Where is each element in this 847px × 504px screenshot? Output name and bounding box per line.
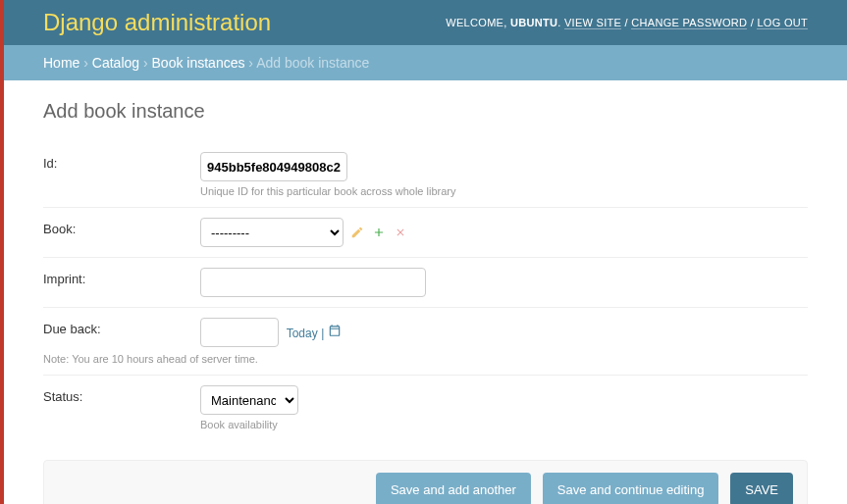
due-back-field[interactable] xyxy=(200,318,279,347)
site-name[interactable]: Django administration xyxy=(43,9,271,36)
content: Add book instance Id: Unique ID for this… xyxy=(4,80,847,504)
breadcrumb-model[interactable]: Book instances xyxy=(152,55,245,71)
label-status: Status: xyxy=(43,385,200,404)
save-continue-button[interactable]: Save and continue editing xyxy=(543,473,719,504)
row-due-back: Due back: Today | Note: You are 10 hours… xyxy=(43,308,808,376)
username: UBUNTU xyxy=(510,17,557,28)
calendar-icon[interactable] xyxy=(328,326,342,340)
breadcrumb-current: Add book instance xyxy=(256,55,369,71)
user-tools: WELCOME, UBUNTU. VIEW SITE / CHANGE PASS… xyxy=(446,17,808,28)
book-select[interactable]: --------- xyxy=(200,218,344,247)
breadcrumb: Home › Catalog › Book instances › Add bo… xyxy=(4,45,847,80)
tz-note: Note: You are 10 hours ahead of server t… xyxy=(43,353,808,365)
add-icon[interactable] xyxy=(371,225,387,240)
help-id: Unique ID for this particular book acros… xyxy=(200,185,808,197)
change-password-link[interactable]: CHANGE PASSWORD xyxy=(631,17,747,29)
label-imprint: Imprint: xyxy=(43,268,200,286)
header: Django administration WELCOME, UBUNTU. V… xyxy=(4,0,847,45)
logout-link[interactable]: LOG OUT xyxy=(757,17,808,29)
status-select[interactable]: Maintenance xyxy=(200,385,298,415)
row-status: Status: Maintenance Book availability xyxy=(43,376,808,440)
breadcrumb-app[interactable]: Catalog xyxy=(92,55,139,71)
id-field[interactable] xyxy=(200,152,347,181)
help-status: Book availability xyxy=(200,419,808,430)
label-book: Book: xyxy=(43,218,200,236)
welcome-text: WELCOME, xyxy=(446,17,510,28)
breadcrumb-home[interactable]: Home xyxy=(43,55,79,71)
today-link[interactable]: Today xyxy=(287,327,318,340)
row-imprint: Imprint: xyxy=(43,258,808,308)
save-button[interactable]: SAVE xyxy=(730,473,793,504)
page-title: Add book instance xyxy=(43,100,808,123)
row-id: Id: Unique ID for this particular book a… xyxy=(43,142,808,208)
save-add-another-button[interactable]: Save and add another xyxy=(376,473,531,504)
row-book: Book: --------- xyxy=(43,208,808,258)
delete-icon[interactable] xyxy=(393,225,408,240)
submit-row: Save and add another Save and continue e… xyxy=(43,460,808,504)
edit-icon[interactable] xyxy=(349,225,365,240)
label-due-back: Due back: xyxy=(43,318,200,336)
label-id: Id: xyxy=(43,152,200,171)
view-site-link[interactable]: VIEW SITE xyxy=(564,17,621,29)
imprint-field[interactable] xyxy=(200,268,426,297)
